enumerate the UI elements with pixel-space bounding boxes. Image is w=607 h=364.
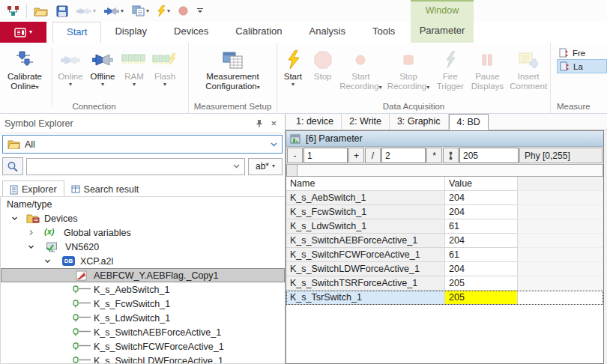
cell-value[interactable]: 205 <box>445 291 518 305</box>
row-increment-button[interactable]: + <box>348 148 364 163</box>
application-menu-button[interactable]: ▾ <box>0 22 46 43</box>
start-recording-button[interactable]: Start Recording▾ <box>337 46 385 91</box>
cell-value[interactable]: 204 <box>445 262 518 276</box>
tree-item-parameter[interactable]: K_s_SwitchLDWForceActive_1 <box>1 354 285 364</box>
cell-name[interactable]: K_s_LdwSwitch_1 <box>286 219 445 234</box>
option-label: Fre <box>573 49 585 58</box>
offline-icon <box>92 48 113 72</box>
online-button[interactable]: Online ▾ <box>55 46 86 88</box>
grid-row[interactable]: K_s_FcwSwitch_1 204 <box>286 205 603 219</box>
cell-name[interactable]: K_s_SwitchAEBForceActive_1 <box>286 234 445 248</box>
tab-analysis[interactable]: Analysis <box>296 22 359 43</box>
cell-value[interactable]: 204 <box>445 205 518 219</box>
tree-item-parameter[interactable]: K_s_SwitchAEBForceActive_1 <box>1 325 285 339</box>
row-index-field[interactable]: 1 <box>304 148 348 163</box>
tree-item-parameter[interactable]: K_s_SwitchFCWForceActive_1 <box>1 339 285 354</box>
expander-right-icon[interactable] <box>28 229 34 236</box>
tree-item-parameter[interactable]: K_s_FcwSwitch_1 <box>1 297 285 311</box>
customize-toolbar-button[interactable] <box>195 6 205 16</box>
tree-item-xcp-a2l[interactable]: DB XCP.a2l <box>1 254 285 268</box>
save-button[interactable] <box>55 4 70 19</box>
tree-item-aebfcw-copy1[interactable]: AEBFCW_Y.AEBFlag._Copy1 <box>1 268 285 282</box>
lightning-icon <box>157 5 166 16</box>
grid-row[interactable]: K_s_SwitchLDWForceActive_1 204 <box>286 262 603 276</box>
column-header-value[interactable]: Value <box>445 177 518 191</box>
value-spinner-button[interactable] <box>443 148 459 163</box>
contextual-tab-group-window: Window Parameter <box>411 0 474 43</box>
tab-graphic[interactable]: 3: Graphic <box>390 114 449 130</box>
tab-parameter[interactable]: Parameter <box>411 25 474 36</box>
parameter-window-icon <box>290 134 301 144</box>
search-button[interactable] <box>2 157 23 175</box>
column-header-name[interactable]: Name <box>286 177 445 191</box>
offline-button[interactable]: Offline ▾ <box>86 46 119 88</box>
search-mode-button[interactable]: ab* ▾ <box>248 158 283 175</box>
connect-device-button[interactable]: ▾ <box>75 5 97 17</box>
stop-recording-button[interactable]: Stop Recording▾ <box>384 46 432 91</box>
expander-down-icon[interactable] <box>28 243 34 250</box>
col-index-field[interactable]: 2 <box>381 148 426 163</box>
close-icon[interactable]: × <box>267 116 280 130</box>
symbol-filter-combobox[interactable]: All <box>2 135 283 154</box>
cell-name[interactable]: K_s_SwitchTSRForceActive_1 <box>286 276 445 291</box>
tree-item-parameter[interactable]: K_s_AebSwitch_1 <box>1 282 285 297</box>
tab-start[interactable]: Start <box>52 22 101 43</box>
cell-value[interactable]: 205 <box>445 276 518 291</box>
start-button[interactable]: Start ▾ <box>277 46 309 88</box>
grid-row-selected[interactable]: K_s_TsrSwitch_1 205 <box>286 291 603 305</box>
start-measurement-button[interactable]: ▾ <box>156 4 172 18</box>
cell-value[interactable]: 204 <box>445 191 518 205</box>
tab-write[interactable]: 2: Write <box>342 114 390 130</box>
cell-name[interactable]: K_s_SwitchFCWForceActive_1 <box>286 248 445 262</box>
insert-comment-button[interactable]: Insert Comment <box>507 46 550 91</box>
tree-item-global-variables[interactable]: (x) Global variables <box>1 225 285 240</box>
calibrate-online-button[interactable]: Calibrate Online▾ <box>0 46 49 91</box>
value-field[interactable]: 205 <box>459 148 519 163</box>
stop-button[interactable]: Stop <box>309 46 337 82</box>
new-window-button[interactable]: ▾ <box>130 4 151 18</box>
cell-name[interactable]: K_s_AebSwitch_1 <box>286 191 445 205</box>
tab-bd[interactable]: 4: BD <box>449 114 489 130</box>
expander-down-icon[interactable] <box>11 215 18 222</box>
measure-option-last[interactable]: La <box>557 59 607 73</box>
tree-item-vn5620[interactable]: VN5620 <box>1 240 285 254</box>
tab-calibration[interactable]: Calibration <box>222 22 295 43</box>
tree-item-parameter[interactable]: K_s_LdwSwitch_1 <box>1 311 285 325</box>
ram-button[interactable]: RAM ▾ <box>119 46 149 88</box>
pin-icon[interactable] <box>251 118 267 130</box>
pause-displays-button[interactable]: Pause Displays <box>468 46 507 91</box>
col-decrement-button[interactable]: / <box>365 148 381 163</box>
measure-option-free[interactable]: Fre <box>557 46 607 59</box>
cell-value[interactable]: 204 <box>445 234 518 248</box>
open-file-button[interactable] <box>32 4 49 18</box>
cell-value[interactable]: 61 <box>445 219 518 234</box>
tab-search-result[interactable]: Search result <box>64 181 146 198</box>
tab-device[interactable]: 1: device <box>289 114 342 130</box>
tree-item-devices[interactable]: Devices <box>1 211 285 225</box>
cell-value[interactable]: 61 <box>445 248 518 262</box>
fire-trigger-button[interactable]: Fire Trigger <box>432 46 468 91</box>
flash-button[interactable]: Flash ▾ <box>149 46 181 88</box>
grid-row[interactable]: K_s_LdwSwitch_1 61 <box>286 219 603 234</box>
measurement-configuration-button[interactable]: Measurement Configuration▾ <box>192 46 274 91</box>
grid-filler <box>518 205 603 219</box>
cell-name[interactable]: K_s_SwitchLDWForceActive_1 <box>286 262 445 276</box>
tab-tools[interactable]: Tools <box>359 22 408 43</box>
grid-row[interactable]: K_s_AebSwitch_1 204 <box>286 191 603 205</box>
search-input[interactable] <box>26 158 245 175</box>
grid-row[interactable]: K_s_SwitchFCWForceActive_1 61 <box>286 248 603 262</box>
record-button[interactable] <box>177 4 190 17</box>
row-decrement-button[interactable]: - <box>287 148 303 163</box>
grid-row[interactable]: K_s_SwitchAEBForceActive_1 204 <box>286 234 603 248</box>
tab-display[interactable]: Display <box>101 22 160 43</box>
connector-icon <box>104 7 119 16</box>
cell-name[interactable]: K_s_TsrSwitch_1 <box>286 291 445 305</box>
disconnect-device-button[interactable]: ▾ <box>103 5 125 17</box>
tab-devices[interactable]: Devices <box>160 22 222 43</box>
cell-name[interactable]: K_s_FcwSwitch_1 <box>286 205 445 219</box>
grid-row[interactable]: K_s_SwitchTSRForceActive_1 205 <box>286 276 603 291</box>
expander-down-icon[interactable] <box>44 258 51 264</box>
group-label: Data Acquisition <box>277 102 550 111</box>
col-increment-button[interactable]: * <box>426 148 442 163</box>
measurement-configuration-icon <box>223 48 244 72</box>
